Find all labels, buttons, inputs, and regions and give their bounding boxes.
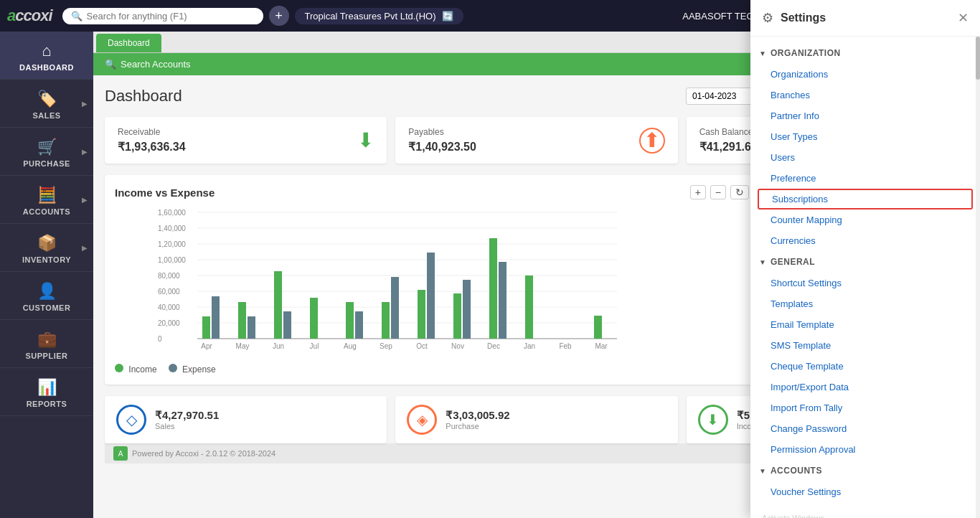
dashboard-icon: ⌂ [42, 42, 51, 60]
global-search-bar[interactable]: 🔍 [62, 8, 263, 24]
search-input[interactable] [87, 11, 245, 22]
expense-legend-dot [169, 364, 177, 372]
settings-item-voucher-settings[interactable]: Voucher Settings [750, 481, 980, 502]
settings-item-email-template[interactable]: Email Template [750, 314, 980, 335]
svg-text:Dec: Dec [487, 342, 500, 350]
svg-text:0: 0 [158, 335, 162, 343]
payables-card: Payables ₹1,40,923.50 ⬆ [395, 117, 677, 164]
settings-item-organizations[interactable]: Organizations [750, 64, 980, 85]
bar-chart-svg: 1,60,000 1,40,000 1,20,000 1,00,000 80,0… [158, 205, 617, 356]
income-expense-chart: Income vs Expense + − ↻ 1,60,000 1,40,00… [105, 175, 759, 385]
settings-item-import-tally[interactable]: Import From Tally [750, 397, 980, 418]
sidebar-item-label: ACCOUNTS [23, 207, 70, 216]
svg-rect-27 [310, 298, 318, 339]
settings-item-cheque-template[interactable]: Cheque Template [750, 356, 980, 377]
section-header-organization[interactable]: ▼ ORGANIZATION [750, 42, 980, 64]
sidebar-item-sales[interactable]: 🏷️ SALES ▶ [0, 80, 93, 128]
section-header-accounts[interactable]: ▼ ACCOUNTS [750, 460, 980, 481]
svg-text:Jan: Jan [524, 342, 535, 350]
chart-legend: Income Expense [115, 364, 749, 375]
section-label-accounts: ACCOUNTS [771, 466, 822, 476]
income-summary-icon: ⬇ [698, 405, 728, 435]
svg-text:1,00,000: 1,00,000 [158, 256, 186, 264]
svg-text:1,20,000: 1,20,000 [158, 240, 186, 248]
sidebar-item-accounts[interactable]: 🧮 ACCOUNTS ▶ [0, 176, 93, 224]
receivable-icon: ⬇ [357, 128, 374, 152]
search-accounts-label: Search Accounts [121, 59, 191, 70]
chart-zoom-out-button[interactable]: − [710, 185, 726, 199]
settings-item-import-export[interactable]: Import/Export Data [750, 377, 980, 397]
settings-item-currencies[interactable]: Currencies [750, 230, 980, 251]
company-selector[interactable]: Tropical Treasures Pvt Ltd.(HO) 🔄 [295, 8, 463, 24]
tab-dashboard[interactable]: Dashboard [96, 34, 161, 52]
income-legend-dot [115, 364, 123, 372]
sales-summary-card: ◇ ₹4,27,970.51 Sales [105, 396, 387, 443]
scrollbar-track[interactable] [976, 37, 980, 518]
svg-rect-24 [274, 271, 282, 339]
svg-rect-42 [489, 238, 497, 339]
section-header-general[interactable]: ▼ GENERAL [750, 251, 980, 273]
receivable-label: Receivable [118, 127, 186, 137]
sidebar-item-label: DASHBOARD [19, 63, 74, 72]
svg-rect-36 [418, 290, 425, 339]
settings-gear-icon: ⚙ [762, 10, 773, 26]
sidebar-item-purchase[interactable]: 🛒 PURCHASE ▶ [0, 128, 93, 176]
search-accounts-button[interactable]: 🔍 Search Accounts [105, 59, 191, 70]
svg-rect-31 [355, 311, 363, 339]
chevron-right-icon: ▶ [82, 196, 88, 204]
app-logo: accoxi [7, 6, 52, 25]
settings-item-counter-mapping[interactable]: Counter Mapping [750, 209, 980, 230]
sidebar-item-dashboard[interactable]: ⌂ DASHBOARD [0, 32, 93, 80]
svg-rect-22 [248, 316, 255, 339]
settings-body: ▼ ORGANIZATION Organizations Branches Pa… [750, 37, 980, 518]
settings-item-subscriptions[interactable]: Subscriptions [758, 189, 973, 209]
page-title: Dashboard [105, 87, 182, 105]
svg-rect-37 [427, 253, 435, 339]
svg-text:1,40,000: 1,40,000 [158, 225, 186, 232]
settings-item-preference[interactable]: Preference [750, 168, 980, 189]
svg-rect-39 [453, 293, 461, 339]
settings-panel: ⚙ Settings ✕ ▼ ORGANIZATION Organization… [750, 0, 980, 518]
settings-item-branches[interactable]: Branches [750, 85, 980, 105]
company-name-label: Tropical Treasures Pvt Ltd.(HO) [305, 11, 436, 22]
receivable-amount: ₹1,93,636.34 [118, 140, 186, 154]
payables-amount: ₹1,40,923.50 [408, 140, 476, 154]
payables-label: Payables [408, 127, 476, 137]
settings-item-sms-template[interactable]: SMS Template [750, 335, 980, 356]
settings-close-button[interactable]: ✕ [958, 10, 969, 26]
sidebar-item-supplier[interactable]: 💼 SUPPLIER [0, 320, 93, 368]
chart-refresh-button[interactable]: ↻ [730, 185, 749, 199]
sidebar-item-reports[interactable]: 📊 REPORTS [0, 368, 93, 416]
expense-legend-item: Expense [169, 364, 216, 375]
section-collapse-arrow-accounts: ▼ [759, 467, 766, 475]
chevron-right-icon: ▶ [82, 244, 88, 252]
settings-item-users[interactable]: Users [750, 147, 980, 168]
settings-item-user-types[interactable]: User Types [750, 126, 980, 147]
settings-item-change-password[interactable]: Change Password [750, 418, 980, 439]
svg-rect-21 [238, 302, 246, 339]
sidebar-item-inventory[interactable]: 📦 INVENTORY ▶ [0, 224, 93, 272]
chart-header: Income vs Expense + − ↻ [115, 185, 749, 199]
svg-text:Jul: Jul [310, 342, 319, 350]
settings-item-permission-approval[interactable]: Permission Approval [750, 439, 980, 460]
section-label-organization: ORGANIZATION [771, 48, 841, 58]
add-button[interactable]: + [269, 6, 289, 26]
receivable-card: Receivable ₹1,93,636.34 ⬇ [105, 117, 387, 164]
settings-item-shortcut-settings[interactable]: Shortcut Settings [750, 273, 980, 293]
svg-text:Jun: Jun [273, 342, 284, 350]
income-legend-label: Income [128, 364, 156, 375]
svg-rect-25 [283, 311, 291, 339]
svg-rect-40 [463, 280, 471, 339]
sidebar-item-customer[interactable]: 👤 CUSTOMER [0, 272, 93, 320]
scrollbar-thumb[interactable] [976, 37, 980, 80]
chevron-right-icon: ▶ [82, 100, 88, 108]
settings-item-templates[interactable]: Templates [750, 293, 980, 314]
customer-icon: 👤 [37, 282, 57, 301]
chart-zoom-in-button[interactable]: + [690, 185, 706, 199]
svg-text:Nov: Nov [451, 342, 464, 350]
settings-item-partner-info[interactable]: Partner Info [750, 105, 980, 126]
settings-panel-title: Settings [781, 11, 951, 24]
chart-controls: + − ↻ [690, 185, 749, 199]
sales-summary-amount: ₹4,27,970.51 [155, 409, 219, 422]
sidebar: ⌂ DASHBOARD 🏷️ SALES ▶ 🛒 PURCHASE ▶ 🧮 AC… [0, 32, 93, 518]
